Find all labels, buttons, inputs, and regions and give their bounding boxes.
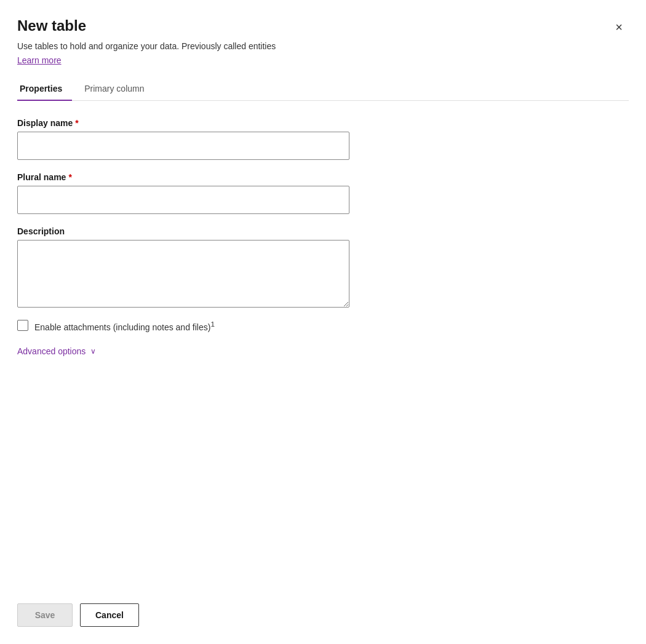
display-name-input[interactable] — [17, 132, 349, 160]
enable-attachments-checkbox[interactable] — [17, 320, 28, 331]
enable-attachments-row: Enable attachments (including notes and … — [17, 320, 629, 332]
tab-properties[interactable]: Properties — [17, 78, 72, 101]
form-section: Display name * Plural name * Description… — [17, 118, 629, 474]
tab-primary-column[interactable]: Primary column — [82, 78, 154, 101]
display-name-required-star: * — [75, 118, 78, 128]
plural-name-required-star: * — [68, 172, 71, 182]
display-name-label: Display name * — [17, 118, 629, 128]
spacer — [17, 474, 629, 591]
description-group: Description — [17, 226, 629, 308]
description-label: Description — [17, 226, 629, 236]
new-table-dialog: New table × Use tables to hold and organ… — [0, 0, 646, 644]
cancel-button[interactable]: Cancel — [80, 603, 139, 627]
save-button[interactable]: Save — [17, 603, 73, 627]
plural-name-label: Plural name * — [17, 172, 629, 182]
display-name-group: Display name * — [17, 118, 629, 160]
plural-name-group: Plural name * — [17, 172, 629, 214]
dialog-footer: Save Cancel — [17, 591, 629, 644]
advanced-options-label: Advanced options — [17, 346, 86, 356]
enable-attachments-label[interactable]: Enable attachments (including notes and … — [34, 320, 215, 332]
plural-name-input[interactable] — [17, 186, 349, 214]
dialog-title: New table — [17, 17, 86, 35]
dialog-subtitle: Use tables to hold and organize your dat… — [17, 41, 629, 53]
tabs-container: Properties Primary column — [17, 78, 629, 101]
description-input[interactable] — [17, 240, 349, 308]
dialog-header: New table × — [17, 17, 629, 37]
learn-more-link[interactable]: Learn more — [17, 55, 629, 65]
close-icon: × — [615, 20, 623, 34]
advanced-options-toggle[interactable]: Advanced options ∨ — [17, 346, 96, 356]
close-button[interactable]: × — [609, 17, 629, 37]
chevron-down-icon: ∨ — [90, 347, 96, 356]
